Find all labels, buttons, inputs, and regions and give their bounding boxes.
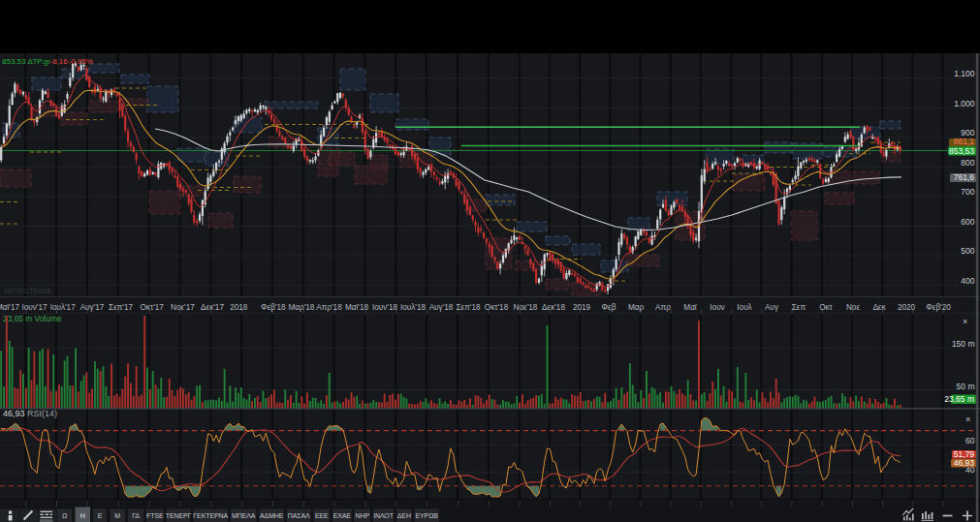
- svg-text:×: ×: [965, 415, 970, 424]
- svg-text:ΤΕΝΕΡΓ: ΤΕΝΕΡΓ: [166, 512, 192, 519]
- svg-text:ΔΤΡ.gr: ΔΤΡ.gr: [28, 57, 51, 66]
- svg-text:Οκτ'18: Οκτ'18: [485, 303, 509, 312]
- svg-text:23,65 m Volume: 23,65 m Volume: [3, 314, 62, 323]
- svg-text:ΑΔΜΗΕ: ΑΔΜΗΕ: [260, 512, 284, 519]
- svg-text:ΕΕΕ: ΕΕΕ: [315, 512, 329, 519]
- svg-text:Μαϊ'17: Μαϊ'17: [0, 303, 19, 312]
- svg-text:Δεκ: Δεκ: [872, 303, 886, 312]
- svg-text:761,6: 761,6: [954, 172, 975, 182]
- svg-text:Οκτ'17: Οκτ'17: [141, 303, 165, 312]
- svg-text:ΕΧΑΕ: ΕΧΑΕ: [333, 512, 352, 519]
- svg-text:1.000: 1.000: [954, 99, 975, 108]
- svg-text:700: 700: [961, 187, 974, 197]
- svg-text:150 m: 150 m: [952, 339, 975, 349]
- svg-text:ΔΕΗ: ΔΕΗ: [397, 512, 411, 519]
- svg-text:Νοε'18: Νοε'18: [514, 303, 538, 312]
- svg-text:500: 500: [961, 246, 974, 256]
- svg-text:ΓΔ: ΓΔ: [132, 512, 140, 519]
- svg-text:ΕΥΡΩΒ: ΕΥΡΩΒ: [415, 512, 438, 519]
- svg-text:Μαρ: Μαρ: [628, 303, 645, 312]
- svg-text:2018: 2018: [230, 303, 248, 312]
- svg-text:Νοε: Νοε: [846, 303, 860, 312]
- svg-text:ΙΝΛΟΤ: ΙΝΛΟΤ: [373, 512, 395, 519]
- svg-text:-8,16: -8,16: [50, 57, 69, 66]
- svg-text:Μαϊ'18: Μαϊ'18: [345, 303, 368, 312]
- svg-text:Οκτ: Οκτ: [819, 303, 833, 312]
- svg-text:600: 600: [961, 217, 974, 227]
- svg-text:400: 400: [961, 276, 974, 286]
- svg-text:2019: 2019: [573, 303, 591, 312]
- svg-text:ΜΠΕΛΑ: ΜΠΕΛΑ: [232, 512, 256, 519]
- svg-text:Φεβ'18: Φεβ'18: [261, 303, 286, 312]
- svg-text:Αυγ'18: Αυγ'18: [429, 303, 454, 312]
- svg-text:50 m: 50 m: [957, 382, 975, 391]
- svg-text:Φεβ'20: Φεβ'20: [926, 303, 951, 312]
- svg-text:Η: Η: [80, 512, 85, 519]
- svg-text:Σεπ: Σεπ: [792, 303, 806, 312]
- svg-text:800: 800: [961, 158, 974, 168]
- svg-text:FTSE: FTSE: [146, 512, 164, 519]
- svg-text:Σεπ'18: Σεπ'18: [456, 303, 480, 312]
- svg-text:60: 60: [965, 436, 975, 445]
- svg-text:Ε: Ε: [98, 512, 103, 519]
- svg-text:Απρ'18: Απρ'18: [316, 303, 342, 312]
- svg-text:Ιουν: Ιουν: [710, 303, 724, 312]
- svg-text:1.100: 1.100: [954, 69, 975, 78]
- svg-text:×: ×: [963, 317, 967, 326]
- svg-text:ΝΗΡ: ΝΗΡ: [356, 512, 370, 519]
- svg-text:Δεκ'18: Δεκ'18: [542, 303, 565, 312]
- svg-text:METRICTRADE: METRICTRADE: [5, 288, 52, 294]
- svg-text:46,93 RSI(14): 46,93 RSI(14): [3, 409, 57, 418]
- svg-text:853,53: 853,53: [2, 57, 26, 66]
- svg-text:Δεκ'17: Δεκ'17: [201, 303, 224, 312]
- svg-text:Αυγ: Αυγ: [765, 303, 779, 312]
- svg-text:23,65 m: 23,65 m: [944, 394, 974, 404]
- svg-text:Απρ: Απρ: [655, 303, 671, 312]
- svg-text:Ιουλ'17: Ιουλ'17: [50, 303, 77, 312]
- svg-text:853,53: 853,53: [949, 146, 974, 156]
- svg-text:Αυγ'17: Αυγ'17: [80, 303, 105, 312]
- svg-text:Φεβ: Φεβ: [602, 303, 616, 312]
- svg-text:Ιουν'17: Ιουν'17: [21, 303, 47, 312]
- svg-text:Ιουλ'18: Ιουλ'18: [400, 303, 427, 312]
- svg-text:Μαρ'18: Μαρ'18: [289, 303, 315, 312]
- svg-text:-0,95%: -0,95%: [69, 57, 93, 66]
- svg-text:Ω: Ω: [62, 512, 67, 519]
- svg-text:ΠΑΣΑΛ: ΠΑΣΑΛ: [288, 512, 310, 519]
- svg-text:46,93: 46,93: [954, 458, 975, 468]
- svg-text:ΓΕΚΤΕΡΝΑ: ΓΕΚΤΕΡΝΑ: [193, 512, 228, 519]
- svg-text:2020: 2020: [898, 303, 916, 312]
- svg-text:Ιουλ: Ιουλ: [737, 303, 752, 312]
- svg-text:Μ: Μ: [114, 512, 120, 519]
- svg-text:Ιουν'18: Ιουν'18: [372, 303, 398, 312]
- svg-text:Σεπ'17: Σεπ'17: [109, 303, 133, 312]
- svg-text:Μαϊ: Μαϊ: [683, 303, 698, 312]
- svg-text:Νοε'17: Νοε'17: [171, 303, 195, 312]
